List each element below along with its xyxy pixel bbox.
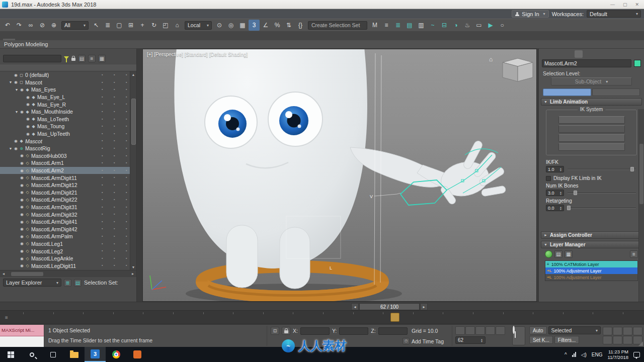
scrollbar-thumb[interactable] — [11, 272, 43, 276]
tree-row[interactable]: ◉ ◻ 0 (default) ▪ ▪ ▪ — [0, 71, 136, 79]
display-flag-icon[interactable]: ▪ — [126, 110, 127, 113]
zoom-icon[interactable] — [603, 327, 612, 335]
modify-tab-icon[interactable] — [553, 50, 561, 58]
scroll-right-icon[interactable]: ▸ — [129, 272, 136, 276]
frozen-flag-icon[interactable]: ▪ — [102, 198, 103, 201]
tree-row[interactable]: ◉ ◇ MascotLArmDigit21 ▪ ▪ ▪ — [0, 189, 136, 197]
tree-row[interactable]: ◉ ◇ MascotLArmPalm ▪ ▪ ▪ — [0, 233, 136, 240]
display-options-icon[interactable]: ▤ — [78, 55, 86, 62]
zoom-all-icon[interactable] — [613, 327, 622, 335]
expand-icon[interactable]: ▼ — [8, 147, 13, 150]
network-icon[interactable] — [572, 352, 576, 357]
slider-handle[interactable] — [574, 191, 577, 195]
frozen-flag-icon[interactable]: ▪ — [102, 87, 103, 91]
viewcube[interactable] — [503, 58, 533, 81]
mode-tab[interactable] — [543, 88, 591, 96]
menu-item[interactable] — [7, 9, 14, 19]
display-flag-icon[interactable]: ▪ — [126, 161, 127, 164]
render-flag-icon[interactable]: ▪ — [114, 198, 115, 201]
frozen-flag-icon[interactable]: ▪ — [102, 161, 103, 164]
angle-snap-icon[interactable]: ∠ — [260, 20, 271, 31]
object-color-swatch[interactable] — [634, 60, 641, 67]
render-flag-icon[interactable]: ▪ — [114, 95, 115, 99]
curve-editor-icon[interactable]: ~ — [427, 20, 438, 31]
taskbar-clock[interactable]: 11:23 PM 11/7/2018 — [607, 349, 628, 360]
tray-expand-icon[interactable]: ^ — [565, 352, 567, 357]
menu-item[interactable] — [56, 9, 63, 19]
tree-row[interactable]: ◉ ◇ MascotLArm2 ▪ ▪ ▪ — [0, 167, 136, 174]
render-flag-icon[interactable]: ▪ — [114, 234, 115, 238]
menu-item[interactable] — [42, 9, 49, 19]
render-flag-icon[interactable]: ▪ — [114, 87, 115, 91]
display-flag-icon[interactable]: ▪ — [126, 124, 127, 128]
arnold-render-icon[interactable]: ○ — [497, 20, 508, 31]
display-flag-icon[interactable]: ▪ — [126, 256, 127, 260]
display-flag-icon[interactable]: ▪ — [126, 263, 127, 267]
track-bar[interactable]: ≡ — [0, 311, 644, 324]
frozen-flag-icon[interactable]: ▪ — [102, 220, 103, 223]
tree-row[interactable]: ◉ ◇ MascotHub003 ▪ ▪ ▪ — [0, 152, 136, 160]
render-flag-icon[interactable]: ▪ — [114, 139, 115, 142]
spinner-snap-icon[interactable]: ⇅ — [283, 20, 294, 31]
tree-row[interactable]: ◉ ◇ MascotLArmDigit32 ▪ ▪ ▪ — [0, 211, 136, 218]
time-tag[interactable]: ⏱︎ Add Time Tag — [403, 338, 444, 344]
visibility-icon[interactable]: ◉ — [25, 102, 31, 107]
layer-grid-icon[interactable]: ▤ — [74, 279, 82, 287]
selection-filter-dropdown[interactable]: All▾ — [61, 21, 89, 30]
layer-stack-icon[interactable]: ▤ — [554, 250, 562, 258]
auto-key-button[interactable]: Auto — [529, 326, 547, 334]
render-flag-icon[interactable]: ▪ — [114, 212, 115, 216]
display-flag-icon[interactable]: ▪ — [126, 87, 127, 91]
active-layer-icon[interactable] — [545, 250, 552, 258]
vertical-scrollbar[interactable]: ▲ ▼ — [130, 71, 136, 270]
tree-row[interactable]: ▼ ◉ ◻ Mascot ▪ ▪ ▪ — [0, 79, 136, 86]
current-frame-field[interactable]: 62▲▼ — [455, 336, 486, 344]
visibility-icon[interactable]: ◉ — [13, 139, 19, 143]
viewport-label[interactable]: [+] [Perspective] [Standard] [Default Sh… — [147, 52, 248, 57]
render-flag-icon[interactable]: ▪ — [114, 80, 115, 84]
maxscript-mini-listener[interactable]: MAXScript Mi... — [0, 325, 44, 347]
object-name-field[interactable]: MascotLArm2 — [542, 59, 631, 67]
tree-row[interactable]: ◉ ◆ Mas_Eye_L ▪ ▪ ▪ — [0, 94, 136, 101]
maxscript-macro-line[interactable]: MAXScript Mi... — [0, 325, 44, 336]
tree-row[interactable]: ▼ ◉ ⊛ MascotRig ▪ ▪ ▪ — [0, 145, 136, 152]
visibility-icon[interactable]: ◉ — [13, 80, 19, 84]
visibility-icon[interactable]: ◉ — [25, 132, 31, 136]
lock-icon[interactable] — [71, 58, 75, 61]
tree-row[interactable]: ◉ ◇ MascotLArmDigit41 ▪ ▪ ▪ — [0, 218, 136, 226]
visibility-icon[interactable]: ◉ — [19, 234, 25, 239]
num-bones-spinner[interactable]: 3.0▲▼ — [546, 190, 564, 196]
render-flag-icon[interactable]: ▪ — [114, 154, 115, 157]
expand-icon[interactable]: ▼ — [14, 88, 19, 92]
visibility-icon[interactable]: ◉ — [19, 161, 25, 165]
explorer-mode-dropdown[interactable]: Layer Explorer ▾ — [3, 279, 61, 287]
visibility-icon[interactable]: ◉ — [19, 183, 25, 188]
tree-row[interactable]: ◉ ◆ Mascot ▪ ▪ ▪ — [0, 137, 136, 145]
frozen-flag-icon[interactable]: ▪ — [102, 242, 103, 245]
schematic-view-icon[interactable]: ⊟ — [439, 20, 450, 31]
visibility-icon[interactable]: ◉ — [19, 198, 25, 202]
current-frame-marker[interactable] — [390, 313, 399, 322]
3dsmax-taskbar-icon[interactable]: 3 — [85, 347, 106, 362]
track-options-icon[interactable]: ≡ — [5, 315, 8, 320]
menu-item[interactable] — [28, 9, 35, 19]
create-tab-icon[interactable] — [543, 50, 551, 58]
filter-funnel-icon[interactable] — [64, 56, 69, 59]
visibility-icon[interactable]: ◉ — [19, 227, 25, 231]
ribbon-panel-label[interactable]: Polygon Modeling — [4, 41, 48, 47]
frozen-flag-icon[interactable]: ▪ — [102, 80, 103, 84]
menu-item[interactable] — [85, 9, 92, 19]
expand-icon[interactable]: ▼ — [8, 80, 13, 84]
visibility-icon[interactable]: ◉ — [19, 190, 25, 195]
display-flag-icon[interactable]: ▪ — [126, 175, 127, 179]
frozen-flag-icon[interactable]: ▪ — [102, 212, 103, 216]
visibility-icon[interactable]: ◉ — [25, 117, 31, 121]
visibility-icon[interactable]: ◉ — [19, 168, 25, 173]
menu-item[interactable] — [21, 9, 28, 19]
tree-row[interactable]: ◉ ◇ MascotLArm1 ▪ ▪ ▪ — [0, 159, 136, 167]
menu-item[interactable] — [70, 9, 77, 19]
toggle-scene-explorer-icon[interactable]: ≣ — [392, 20, 404, 31]
render-flag-icon[interactable]: ▪ — [114, 124, 115, 128]
display-flag-icon[interactable]: ▪ — [126, 220, 127, 223]
display-flag-icon[interactable]: ▪ — [126, 205, 127, 209]
